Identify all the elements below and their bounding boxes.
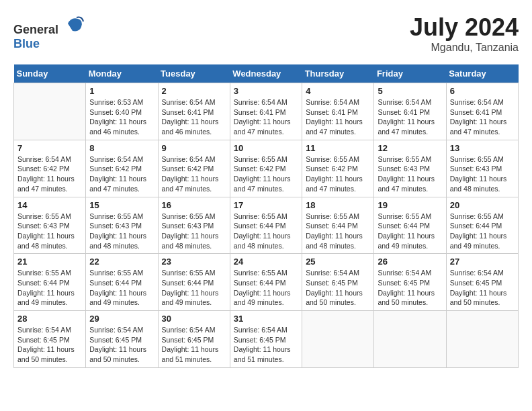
- day-info: Sunrise: 6:54 AMSunset: 6:45 PMDaylight:…: [450, 268, 515, 308]
- weekday-header-sunday: Sunday: [14, 64, 86, 83]
- day-info: Sunrise: 6:55 AMSunset: 6:43 PMDaylight:…: [378, 154, 442, 194]
- day-cell: 8Sunrise: 6:54 AMSunset: 6:42 PMDaylight…: [86, 140, 158, 197]
- week-row-1: 1Sunrise: 6:53 AMSunset: 6:40 PMDaylight…: [14, 83, 519, 140]
- day-cell: [446, 311, 518, 368]
- day-cell: [374, 311, 446, 368]
- weekday-header-friday: Friday: [374, 64, 446, 83]
- day-info: Sunrise: 6:53 AMSunset: 6:40 PMDaylight:…: [89, 97, 154, 137]
- location-title: Mgandu, Tanzania: [410, 42, 519, 54]
- title-block: July 2024 Mgandu, Tanzania: [410, 13, 519, 54]
- day-number: 4: [306, 86, 370, 96]
- day-info: Sunrise: 6:55 AMSunset: 6:42 PMDaylight:…: [306, 154, 370, 194]
- day-cell: 3Sunrise: 6:54 AMSunset: 6:41 PMDaylight…: [230, 83, 302, 140]
- day-info: Sunrise: 6:54 AMSunset: 6:42 PMDaylight:…: [17, 154, 82, 194]
- weekday-header-tuesday: Tuesday: [158, 64, 230, 83]
- day-cell: 15Sunrise: 6:55 AMSunset: 6:43 PMDayligh…: [86, 197, 158, 254]
- day-number: 16: [162, 200, 226, 210]
- day-number: 22: [89, 257, 154, 267]
- day-info: Sunrise: 6:55 AMSunset: 6:44 PMDaylight:…: [17, 268, 82, 308]
- day-cell: [14, 83, 86, 140]
- day-number: 27: [450, 257, 515, 267]
- day-cell: 16Sunrise: 6:55 AMSunset: 6:43 PMDayligh…: [158, 197, 230, 254]
- day-info: Sunrise: 6:55 AMSunset: 6:43 PMDaylight:…: [162, 212, 226, 251]
- day-cell: 5Sunrise: 6:54 AMSunset: 6:41 PMDaylight…: [374, 83, 446, 140]
- day-cell: 6Sunrise: 6:54 AMSunset: 6:41 PMDaylight…: [446, 83, 518, 140]
- day-number: 8: [89, 143, 154, 153]
- weekday-header-wednesday: Wednesday: [230, 64, 302, 83]
- day-info: Sunrise: 6:54 AMSunset: 6:45 PMDaylight:…: [162, 325, 226, 365]
- page-header: General Blue July 2024 Mgandu, Tanzania: [13, 13, 519, 54]
- day-cell: 20Sunrise: 6:55 AMSunset: 6:44 PMDayligh…: [446, 197, 518, 254]
- day-number: 3: [234, 86, 298, 96]
- day-cell: 12Sunrise: 6:55 AMSunset: 6:43 PMDayligh…: [374, 140, 446, 197]
- day-number: 9: [162, 143, 226, 153]
- day-cell: 25Sunrise: 6:54 AMSunset: 6:45 PMDayligh…: [302, 254, 374, 311]
- day-cell: 21Sunrise: 6:55 AMSunset: 6:44 PMDayligh…: [14, 254, 86, 311]
- day-info: Sunrise: 6:55 AMSunset: 6:43 PMDaylight:…: [450, 154, 515, 194]
- day-cell: [302, 311, 374, 368]
- day-info: Sunrise: 6:54 AMSunset: 6:45 PMDaylight:…: [306, 268, 370, 308]
- day-cell: 19Sunrise: 6:55 AMSunset: 6:44 PMDayligh…: [374, 197, 446, 254]
- day-cell: 10Sunrise: 6:55 AMSunset: 6:42 PMDayligh…: [230, 140, 302, 197]
- day-number: 1: [89, 86, 154, 96]
- day-number: 6: [450, 86, 515, 96]
- day-cell: 4Sunrise: 6:54 AMSunset: 6:41 PMDaylight…: [302, 83, 374, 140]
- day-number: 31: [234, 314, 298, 324]
- day-cell: 13Sunrise: 6:55 AMSunset: 6:43 PMDayligh…: [446, 140, 518, 197]
- day-cell: 7Sunrise: 6:54 AMSunset: 6:42 PMDaylight…: [14, 140, 86, 197]
- week-row-3: 14Sunrise: 6:55 AMSunset: 6:43 PMDayligh…: [14, 197, 519, 254]
- week-row-4: 21Sunrise: 6:55 AMSunset: 6:44 PMDayligh…: [14, 254, 519, 311]
- day-cell: 1Sunrise: 6:53 AMSunset: 6:40 PMDaylight…: [86, 83, 158, 140]
- day-cell: 17Sunrise: 6:55 AMSunset: 6:44 PMDayligh…: [230, 197, 302, 254]
- weekday-header-row: SundayMondayTuesdayWednesdayThursdayFrid…: [14, 64, 519, 83]
- weekday-header-monday: Monday: [86, 64, 158, 83]
- day-info: Sunrise: 6:55 AMSunset: 6:42 PMDaylight:…: [234, 154, 298, 194]
- day-cell: 28Sunrise: 6:54 AMSunset: 6:45 PMDayligh…: [14, 311, 86, 368]
- day-number: 23: [162, 257, 226, 267]
- day-info: Sunrise: 6:54 AMSunset: 6:45 PMDaylight:…: [89, 325, 154, 365]
- day-info: Sunrise: 6:55 AMSunset: 6:44 PMDaylight:…: [162, 268, 226, 308]
- day-info: Sunrise: 6:55 AMSunset: 6:44 PMDaylight:…: [89, 268, 154, 308]
- month-title: July 2024: [410, 13, 519, 42]
- day-cell: 2Sunrise: 6:54 AMSunset: 6:41 PMDaylight…: [158, 83, 230, 140]
- day-cell: 24Sunrise: 6:55 AMSunset: 6:44 PMDayligh…: [230, 254, 302, 311]
- day-cell: 31Sunrise: 6:54 AMSunset: 6:45 PMDayligh…: [230, 311, 302, 368]
- day-cell: 26Sunrise: 6:54 AMSunset: 6:45 PMDayligh…: [374, 254, 446, 311]
- week-row-2: 7Sunrise: 6:54 AMSunset: 6:42 PMDaylight…: [14, 140, 519, 197]
- calendar-table: SundayMondayTuesdayWednesdayThursdayFrid…: [13, 64, 519, 368]
- day-number: 18: [306, 200, 370, 210]
- logo: General Blue: [13, 13, 85, 51]
- day-number: 12: [378, 143, 442, 153]
- day-number: 11: [306, 143, 370, 153]
- day-number: 29: [89, 314, 154, 324]
- day-number: 24: [234, 257, 298, 267]
- day-cell: 29Sunrise: 6:54 AMSunset: 6:45 PMDayligh…: [86, 311, 158, 368]
- day-number: 21: [17, 257, 82, 267]
- day-number: 19: [378, 200, 442, 210]
- day-info: Sunrise: 6:55 AMSunset: 6:44 PMDaylight:…: [306, 212, 370, 251]
- logo-icon: [64, 13, 85, 34]
- day-cell: 23Sunrise: 6:55 AMSunset: 6:44 PMDayligh…: [158, 254, 230, 311]
- logo-text: General Blue: [13, 13, 85, 51]
- weekday-header-thursday: Thursday: [302, 64, 374, 83]
- day-info: Sunrise: 6:55 AMSunset: 6:43 PMDaylight:…: [17, 212, 82, 251]
- day-info: Sunrise: 6:54 AMSunset: 6:45 PMDaylight:…: [17, 325, 82, 365]
- day-info: Sunrise: 6:55 AMSunset: 6:44 PMDaylight:…: [378, 212, 442, 251]
- day-cell: 18Sunrise: 6:55 AMSunset: 6:44 PMDayligh…: [302, 197, 374, 254]
- day-number: 13: [450, 143, 515, 153]
- day-cell: 11Sunrise: 6:55 AMSunset: 6:42 PMDayligh…: [302, 140, 374, 197]
- day-number: 5: [378, 86, 442, 96]
- day-cell: 30Sunrise: 6:54 AMSunset: 6:45 PMDayligh…: [158, 311, 230, 368]
- day-cell: 9Sunrise: 6:54 AMSunset: 6:42 PMDaylight…: [158, 140, 230, 197]
- day-info: Sunrise: 6:54 AMSunset: 6:41 PMDaylight:…: [450, 97, 515, 137]
- day-number: 14: [17, 200, 82, 210]
- day-info: Sunrise: 6:54 AMSunset: 6:42 PMDaylight:…: [89, 154, 154, 194]
- day-number: 10: [234, 143, 298, 153]
- day-info: Sunrise: 6:54 AMSunset: 6:41 PMDaylight:…: [162, 97, 226, 137]
- week-row-5: 28Sunrise: 6:54 AMSunset: 6:45 PMDayligh…: [14, 311, 519, 368]
- day-info: Sunrise: 6:55 AMSunset: 6:44 PMDaylight:…: [234, 212, 298, 251]
- day-number: 25: [306, 257, 370, 267]
- day-info: Sunrise: 6:54 AMSunset: 6:42 PMDaylight:…: [162, 154, 226, 194]
- day-cell: 14Sunrise: 6:55 AMSunset: 6:43 PMDayligh…: [14, 197, 86, 254]
- day-number: 7: [17, 143, 82, 153]
